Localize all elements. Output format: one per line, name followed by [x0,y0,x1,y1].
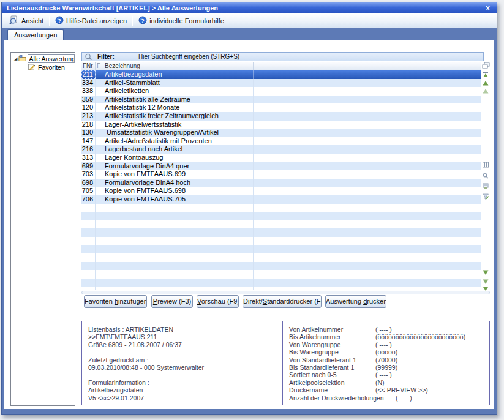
column-header-tail [472,62,481,70]
cell-fnr: 218 [81,121,96,129]
cell-bezeichnung [102,204,254,212]
scroll-up-icon[interactable] [483,80,489,86]
table-row[interactable]: 703Kopie von FMTFAAUS.699 [81,170,481,179]
cell-tail [472,179,481,187]
info-line: Größe 6809 - 21.08.2007 / 06:37 [88,341,280,348]
tab-auswertungen[interactable]: Auswertungen [7,29,64,40]
hilfe-datei-button[interactable]: ? Hilfe-Datei anzeigen [51,15,131,27]
info-line: Formularinformation : [88,379,280,386]
column-header-bezeichnung[interactable]: Bezeichnung [102,62,254,70]
table-row[interactable]: 359Artikelstatistik alle Zeiträume [81,96,481,104]
page-up-icon[interactable] [483,88,489,94]
cell-bezeichnung [102,287,254,290]
page-down-icon[interactable] [483,279,489,285]
column-select-icon[interactable] [483,162,489,168]
formularhilfe-label: individuelle Formularhilfe [149,17,224,24]
direkt-standarddrucker-button[interactable]: Direkt/Standarddrucker (F4) [243,295,322,308]
table-row[interactable]: 338Artikeletiketten [81,87,481,96]
table-row[interactable]: 216Lagerbestand nach Artikel [81,145,481,154]
formularhilfe-button[interactable]: ? individuelle Formularhilfe [134,15,228,27]
cell-tail [472,270,481,279]
column-chooser-icon[interactable] [482,61,490,69]
column-header-fnr[interactable]: FNr [81,62,96,70]
results-grid: Filter: Hier Suchbegriff eingeben (STRG+… [81,52,490,290]
cell-rest [254,279,472,287]
horizontal-scrollbar[interactable] [81,291,490,294]
filter-input[interactable]: Hier Suchbegriff eingeben (STRG+S) [138,53,239,60]
cell-bezeichnung: Kopie von FMTFAAUS.698 [102,187,254,195]
table-row[interactable]: 698Formularvorlage DinA4 hoch [81,179,481,187]
parameter-value: ( ---- ) [375,371,392,378]
grid-empty-row [81,287,481,290]
grid-empty-row [81,212,481,220]
grid-body: 211Artikelbezugsdaten334Artikel-Stammbla… [81,70,481,290]
cell-fnr: 130 [81,129,96,137]
parameter-row: Bis Standardlieferant 1(99999) [289,364,487,371]
cell-bezeichnung [102,262,254,271]
cell-tail [472,204,481,212]
hilfe-datei-label: Hilfe-Datei anzeigen [66,17,127,24]
cell-tail [472,70,481,79]
note-pencil-icon [28,64,36,72]
table-row[interactable]: 705Kopie von FMTFAAUS.698 [81,187,481,195]
search-rail-icon[interactable] [483,173,489,179]
cell-flag [96,79,102,88]
title-bar[interactable]: Listenausdrucke Warenwirtschaft [ARTIKEL… [2,2,497,13]
table-row[interactable]: 120Artikelstatistik 12 Monate [81,103,481,112]
cell-tail [472,103,481,112]
table-row[interactable]: 334Artikel-Stammblatt [81,79,481,88]
grid-empty-row [81,220,481,229]
column-header-f[interactable]: F [96,62,102,70]
cell-tail [472,253,481,262]
ansicht-label: Ansicht [21,17,43,24]
filter-bar[interactable]: Filter: Hier Suchbegriff eingeben (STRG+… [81,52,484,61]
desktop: Listenausdrucke Warenwirtschaft [ARTIKEL… [0,0,504,420]
cell-rest [254,145,472,154]
cell-bezeichnung [102,245,254,253]
scroll-to-top-icon[interactable] [483,72,489,78]
cell-rest [254,187,472,195]
grid-empty-row [81,253,481,262]
ansicht-button[interactable]: Ansicht [5,15,48,27]
cell-rest [254,204,472,212]
cell-flag [96,237,102,246]
cell-flag [96,121,102,129]
parameter-label: Von Artikelnummer [289,326,375,333]
vorschau-button[interactable]: Vorschau (F9) [197,295,239,308]
cell-rest [254,195,472,204]
table-row[interactable]: 130 Umsatzstatistik Warengruppen/Artikel [81,129,481,137]
table-row[interactable]: 313Lager Kontoauszug [81,154,481,162]
svg-text:?: ? [58,17,61,23]
cell-tail [472,228,481,237]
cell-tail [472,162,481,171]
parameter-row: Druckername(<< PREVIEW >>) [289,386,487,394]
grid-scroll-rail[interactable] [482,70,490,290]
preview-button[interactable]: Preview (F3) [151,295,193,308]
table-row[interactable]: 147Artikel-/Adreßstatistik mit Prozenten [81,137,481,146]
cell-bezeichnung: Artikel-Stammblatt [102,79,254,88]
auswertung-drucken-button[interactable]: Auswertung drucken [325,295,386,308]
close-icon[interactable]: x [486,3,490,13]
grid-empty-row [81,262,481,271]
report-print-icon[interactable] [483,183,489,189]
toolbar: Ansicht ? Hilfe-Datei anzeigen ? individ… [2,13,497,28]
cell-flag [96,270,102,279]
cell-rest [254,96,472,104]
table-row[interactable]: 211Artikelbezugsdaten [81,70,481,79]
info-line: Listenbasis : ARTIKELDATEN [88,326,280,333]
cell-fnr: 334 [81,79,96,88]
cell-bezeichnung: Kopie von FMTFAAUS.699 [102,170,254,179]
tree-item-favoriten[interactable]: Favoriten [11,63,75,72]
tree-item-alle-auswertungen[interactable]: ◢ Alle Auswertungen [11,54,75,63]
table-row[interactable]: 699Formularvorlage DinA4 quer [81,162,481,171]
table-row[interactable]: 213Artikelstatistik freier Zeitraumvergl… [81,112,481,121]
window-title: Listenausdrucke Warenwirtschaft [ARTIKEL… [7,4,218,12]
table-row[interactable]: 706Kopie von FMTFAAUS.705 [81,195,481,204]
filter-funnel-icon[interactable] [483,193,489,200]
favoriten-hinzufuegen-button[interactable]: Favoriten hinzufügen [84,295,147,308]
scroll-down-icon[interactable] [483,269,489,276]
cell-bezeichnung [102,228,254,237]
table-row[interactable]: 218Lager-Artikelwertsstatistik [81,121,481,129]
grid-header[interactable]: FNr F Bezeichnung [81,62,481,70]
cell-fnr: 211 [81,70,96,79]
